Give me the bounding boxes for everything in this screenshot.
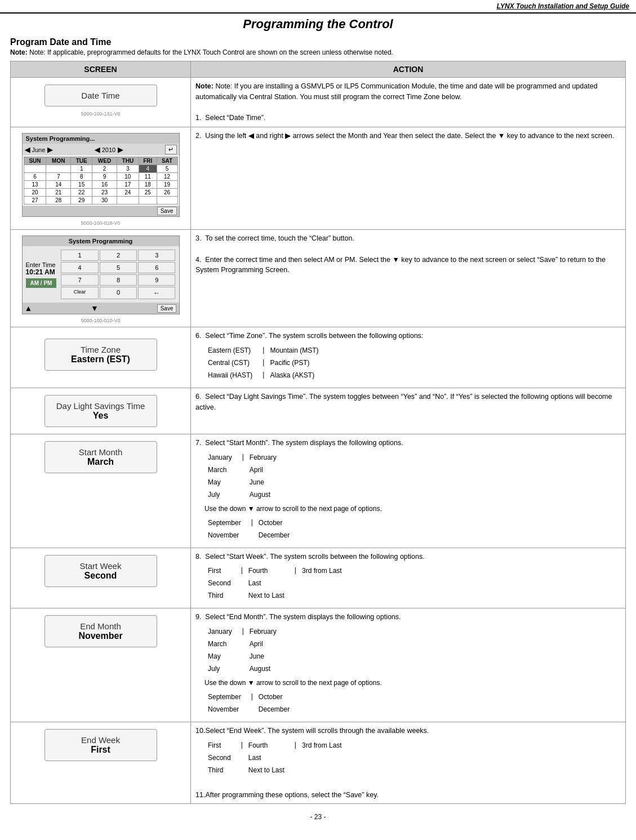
key-4[interactable]: 4	[61, 262, 98, 273]
cal-save-btn[interactable]: Save	[157, 207, 177, 215]
key-3[interactable]: 3	[138, 250, 175, 261]
cal-day[interactable]: 12	[157, 173, 177, 181]
key-5[interactable]: 5	[100, 262, 137, 273]
prev-month-btn[interactable]: ◀	[25, 146, 30, 154]
end-month-options-2: September | October November December	[207, 690, 295, 716]
time-save-btn[interactable]: Save	[157, 304, 177, 313]
cal-day[interactable]: 26	[157, 189, 177, 197]
end-month-label: End Month	[53, 621, 149, 631]
end-month-value: November	[53, 631, 149, 641]
cal-day[interactable]: 19	[157, 181, 177, 189]
cal-day[interactable]: 25	[139, 189, 157, 197]
screen-date-time: Date Time 5000-100-131-V0	[11, 78, 191, 127]
tz-options-table: Eastern (EST) | Mountain (MST) Central (…	[207, 344, 324, 382]
key-7[interactable]: 7	[61, 274, 98, 286]
month-opt: February	[250, 626, 281, 637]
key-back[interactable]: ←	[138, 287, 175, 299]
main-table: SCREEN ACTION Date Time 5000-100-131-V0 …	[10, 61, 626, 804]
cal-day[interactable]: 2	[92, 165, 117, 173]
screen-start-week: Start Week Second	[11, 548, 191, 608]
cal-day selected[interactable]: 4	[139, 165, 157, 173]
cal-week: 20 21 22 23 24 25 26	[24, 189, 177, 197]
cal-day[interactable]: 30	[92, 197, 117, 205]
cal-day[interactable]: 17	[117, 181, 139, 189]
cal-day[interactable]: 8	[71, 173, 92, 181]
col-screen: SCREEN	[11, 61, 191, 78]
key-6[interactable]: 6	[138, 262, 175, 273]
key-1[interactable]: 1	[61, 250, 98, 261]
cal-day[interactable]	[139, 197, 157, 205]
cal-day[interactable]: 18	[139, 181, 157, 189]
col-sep	[238, 489, 248, 500]
month-opt: August	[250, 489, 281, 500]
end-week-options: First | Fourth | 3rd from Last Second La…	[207, 739, 348, 777]
screen-end-week: End Week First	[11, 722, 191, 804]
col-sep	[238, 651, 248, 662]
calendar-widget: System Programming... ◀ June ▶ ◀ 2010	[22, 133, 180, 217]
header-title: LYNX Touch Installation and Setup Guide	[497, 2, 629, 10]
cal-day[interactable]: 11	[139, 173, 157, 181]
cal-day[interactable]: 13	[24, 181, 46, 189]
cal-day[interactable]: 7	[46, 173, 71, 181]
cal-week: 1 2 3 4 5	[24, 165, 177, 173]
end-month-options: January | February March April May	[207, 625, 282, 675]
cal-footer: Save	[23, 206, 179, 216]
month-opt: April	[250, 464, 281, 475]
month-opt: September	[208, 517, 246, 528]
am-pm-button[interactable]: AM / PM	[26, 278, 57, 288]
cal-day[interactable]: 20	[24, 189, 46, 197]
tz-opt: Mountain (MST)	[270, 345, 323, 356]
cal-day[interactable]: 9	[92, 173, 117, 181]
cal-day[interactable]	[24, 165, 46, 173]
time-up-btn[interactable]: ▲	[25, 304, 33, 313]
key-clear[interactable]: Clear	[61, 287, 98, 299]
cal-day[interactable]: 10	[117, 173, 139, 181]
cal-day[interactable]: 6	[24, 173, 46, 181]
week-opt: Fourth	[248, 740, 289, 751]
cal-day[interactable]: 28	[46, 197, 71, 205]
key-0[interactable]: 0	[100, 287, 137, 299]
next-year-btn[interactable]: ▶	[118, 146, 123, 154]
key-2[interactable]: 2	[100, 250, 137, 261]
time-footer: ▲ ▼ Save	[23, 303, 179, 314]
table-row: System Programming Enter Time 10:21 AM A…	[11, 230, 626, 327]
screen-start-month: Start Month March	[11, 434, 191, 548]
cal-day[interactable]	[117, 197, 139, 205]
tz-opt: Pacific (PST)	[270, 357, 323, 368]
table-row: End Month November 9. Select “End Month”…	[11, 608, 626, 722]
table-row: Start Week Second 8. Select “Start Week”…	[11, 548, 626, 608]
cal-day[interactable]: 16	[92, 181, 117, 189]
prev-year-btn[interactable]: ◀	[95, 146, 100, 154]
start-month-label: Start Month	[53, 447, 149, 457]
table-row: Date Time 5000-100-131-V0 Note: Note: If…	[11, 78, 626, 127]
week-opt: Last	[248, 752, 289, 763]
cal-day[interactable]: 23	[92, 189, 117, 197]
time-down-btn[interactable]: ▼	[91, 304, 99, 313]
cal-day[interactable]: 3	[117, 165, 139, 173]
start-month-options-2: September | October November December	[207, 516, 295, 542]
col-sep: |	[238, 626, 248, 637]
cal-day[interactable]	[157, 197, 177, 205]
cal-day[interactable]: 14	[46, 181, 71, 189]
key-9[interactable]: 9	[138, 274, 175, 286]
end-month-box: End Month November	[45, 615, 157, 647]
time-display: 10:21 AM	[26, 268, 57, 276]
cal-day[interactable]: 5	[157, 165, 177, 173]
undo-btn[interactable]: ↵	[165, 145, 177, 154]
cal-day[interactable]: 29	[71, 197, 92, 205]
cal-day[interactable]: 1	[71, 165, 92, 173]
month-opt: September	[208, 691, 246, 703]
cal-day[interactable]: 27	[24, 197, 46, 205]
start-week-options: First | Fourth | 3rd from Last Second La…	[207, 564, 348, 602]
key-8[interactable]: 8	[100, 274, 137, 286]
month-opt: November	[208, 530, 246, 541]
day-wed: WED	[92, 157, 117, 165]
next-month-btn[interactable]: ▶	[47, 146, 52, 154]
cal-day[interactable]: 21	[46, 189, 71, 197]
screen-time-entry: System Programming Enter Time 10:21 AM A…	[11, 230, 191, 327]
cal-day[interactable]: 22	[71, 189, 92, 197]
start-week-value: Second	[53, 571, 149, 581]
cal-day[interactable]: 15	[71, 181, 92, 189]
cal-day[interactable]	[46, 165, 71, 173]
cal-day[interactable]: 24	[117, 189, 139, 197]
